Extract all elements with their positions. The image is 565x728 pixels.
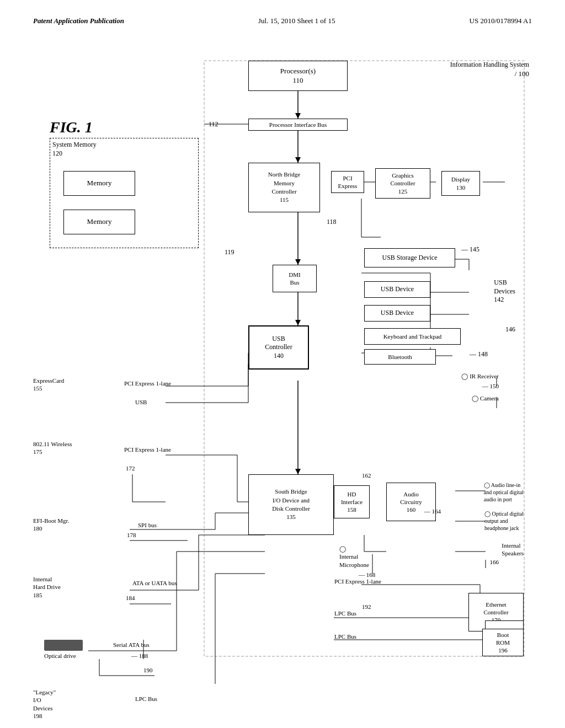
page-header: Patent Application Publication Jul. 15, … bbox=[0, 0, 565, 31]
internal-mic-label: ◯Internal Microphone bbox=[339, 545, 369, 569]
lpc-bus-legacy-label: LPC Bus bbox=[135, 695, 157, 703]
boot-rom-node: Boot ROM 196 bbox=[482, 629, 524, 656]
processor-node: Processor(s) 110 bbox=[248, 61, 348, 91]
serial-ata-label: Serial ATA bus bbox=[113, 641, 150, 649]
hd-interface-node: HD Interface 158 bbox=[334, 485, 370, 518]
label-150: — 150 bbox=[482, 382, 499, 390]
ir-receiver-label: ◯ IR Receiver bbox=[461, 372, 499, 380]
label-190: 190 bbox=[143, 666, 153, 674]
label-184: 184 bbox=[126, 594, 135, 602]
label-145: — 145 bbox=[461, 245, 479, 254]
label-119: 119 bbox=[225, 248, 234, 257]
south-bridge-node: South Bridge I/O Device and Disk Control… bbox=[248, 474, 334, 535]
pci-1lane-eth-label: PCI Express 1-lane bbox=[334, 577, 381, 585]
expresscard-label: ExpressCard 155 bbox=[33, 377, 64, 393]
legacy-io-label: "Legacy" I/O Devices 198 bbox=[33, 688, 56, 720]
usb-devices-label: USBDevices142 bbox=[494, 279, 515, 304]
spi-bus-label: SPI bus bbox=[138, 521, 157, 529]
audio-circuitry-node: Audio Circuitry 160 bbox=[386, 483, 436, 521]
lpc-bus-btm-label: LPC Bus bbox=[334, 633, 356, 640]
label-172: 172 bbox=[126, 464, 135, 472]
keyboard-node: Keyboard and Trackpad bbox=[364, 328, 461, 345]
svg-marker-37 bbox=[295, 469, 301, 474]
label-162: 162 bbox=[362, 472, 371, 479]
diagram-area: FIG. 1 Information Handling System / 100… bbox=[33, 55, 532, 684]
memory1-node: Memory bbox=[63, 171, 135, 196]
internal-speakers-label: Internal Speakers bbox=[502, 542, 524, 558]
label-192: 192 bbox=[362, 603, 371, 611]
north-bridge-node: North Bridge Memory Controller 115 bbox=[248, 163, 320, 212]
optical-drive-label: Optical drive bbox=[44, 640, 83, 660]
audio-line-in-label: ◯ Audio line-in and optical digital audi… bbox=[484, 481, 524, 503]
usb-label-top: USB bbox=[135, 398, 147, 406]
label-166: 166 bbox=[490, 558, 499, 566]
label-178: 178 bbox=[127, 531, 136, 539]
pci-1lane-top-label: PCI Express 1-lane bbox=[124, 379, 171, 387]
internal-hd-label: Internal Hard Drive 185 bbox=[33, 575, 61, 599]
optical-digital-label: ◯ Optical digital output and headphone j… bbox=[484, 510, 524, 532]
label-148: — 148 bbox=[470, 350, 488, 359]
graphics-controller-node: Graphics Controller 125 bbox=[375, 168, 430, 199]
processor-interface-bus-node: Processor Interface Bus bbox=[248, 119, 348, 131]
svg-marker-9 bbox=[295, 259, 301, 265]
camera-label: ◯ Camera bbox=[472, 394, 499, 402]
pci-express-node: PCI Express bbox=[331, 171, 364, 193]
label-146: 146 bbox=[505, 325, 515, 334]
usb-device1-node: USB Device bbox=[364, 281, 430, 298]
publication-label: Patent Application Publication bbox=[33, 17, 124, 25]
ata-bus-label: ATA or UATA bus bbox=[132, 579, 177, 587]
svg-marker-2 bbox=[295, 113, 301, 119]
usb-device2-node: USB Device bbox=[364, 305, 430, 322]
lpc-bus-top-label: LPC Bus bbox=[334, 609, 356, 617]
dmi-bus-node: DMI Bus bbox=[273, 265, 317, 292]
pci-1lane-btm-label: PCI Express 1-lane bbox=[124, 446, 171, 453]
bluetooth-node: Bluetooth bbox=[364, 349, 436, 365]
system-memory-label: System Memory 120 bbox=[52, 141, 97, 158]
label-112: 112 bbox=[209, 120, 218, 129]
display-node: Display 130 bbox=[441, 171, 480, 196]
sheet-info: Jul. 15, 2010 Sheet 1 of 15 bbox=[258, 17, 335, 25]
memory2-node: Memory bbox=[63, 210, 135, 234]
efi-boot-label: EFI-Boot Mgr. 180 bbox=[33, 517, 69, 533]
label-188: — 188 bbox=[131, 652, 148, 660]
system-label: Information Handling System / 100 bbox=[450, 61, 529, 78]
label-164: — 164 bbox=[424, 507, 441, 515]
usb-storage-node: USB Storage Device bbox=[364, 248, 455, 267]
label-118: 118 bbox=[327, 218, 337, 227]
fig-title: FIG. 1 bbox=[50, 119, 93, 136]
usb-controller-node: USB Controller 140 bbox=[248, 325, 309, 370]
svg-marker-23 bbox=[295, 320, 301, 325]
patent-number: US 2010/0178994 A1 bbox=[470, 17, 532, 25]
svg-marker-4 bbox=[295, 157, 301, 163]
wireless-label: 802.11 Wireless 175 bbox=[33, 440, 72, 456]
